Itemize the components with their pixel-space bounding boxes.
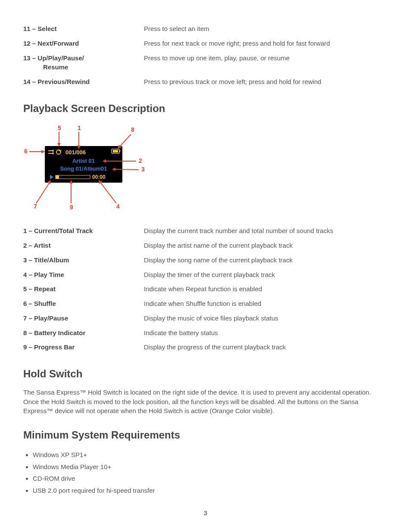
- controls-definition-list: 11 – Select Press to select an item 12 –…: [23, 22, 388, 89]
- control-desc: Press for next track or move right; pres…: [144, 36, 388, 51]
- svg-text:7: 7: [34, 203, 37, 210]
- playback-term: 9 – Progress Bar: [23, 340, 144, 355]
- svg-text:2: 2: [139, 157, 142, 164]
- playback-desc: Indicate when Repeat function is enabled: [144, 282, 388, 296]
- svg-line-27: [36, 182, 50, 203]
- control-desc: Press to previous track or move left; pr…: [144, 75, 388, 89]
- playback-term: 7 – Play/Pause: [23, 311, 144, 326]
- control-term: 14 – Previous/Rewind: [23, 75, 144, 89]
- hold-switch-text: The Sansa Express™ Hold Switch is locate…: [23, 388, 388, 416]
- control-term: 13 – Up/Play/Pause/ Resume: [23, 51, 144, 75]
- track-counter-text: 001/006: [65, 149, 86, 156]
- playback-term: 1 – Current/Total Track: [23, 224, 144, 238]
- playback-desc: Display the timer of the current playbac…: [144, 268, 388, 282]
- requirements-list: Windows XP SP1+ Windows Media Player 10+…: [23, 449, 388, 497]
- playback-desc: Indicate the battery status: [144, 326, 388, 340]
- control-desc: Press to select an item: [144, 22, 388, 36]
- system-requirements-heading: Minimum System Requirements: [23, 428, 388, 443]
- svg-line-24: [114, 169, 139, 170]
- svg-line-33: [100, 182, 116, 203]
- playback-term: 4 – Play Time: [23, 268, 144, 282]
- svg-text:5: 5: [58, 124, 61, 131]
- play-time-text: 00:00: [92, 174, 106, 180]
- svg-text:1: 1: [78, 124, 81, 131]
- requirement-item: Windows Media Player 10+: [33, 461, 388, 473]
- progress-bar-fill: [56, 175, 59, 179]
- playback-term: 3 – Title/Album: [23, 253, 144, 268]
- playback-desc: Display the music of voice files playbac…: [144, 311, 388, 326]
- requirement-item: CD-ROM drive: [33, 473, 388, 485]
- control-desc: Press to move up one item, play, pause, …: [144, 51, 388, 75]
- svg-marker-19: [41, 150, 45, 153]
- playback-desc: Indicate when Shuffle function is enable…: [144, 296, 388, 311]
- svg-text:9: 9: [70, 204, 73, 211]
- playback-desc: Display the song name of the current pla…: [144, 253, 388, 268]
- svg-text:6: 6: [24, 148, 28, 155]
- requirement-item: USB 2.0 port required for hi-speed trans…: [33, 485, 388, 497]
- playback-heading: Playback Screen Description: [23, 101, 388, 116]
- control-term: 11 – Select: [23, 22, 144, 36]
- requirement-item: Windows XP SP1+: [33, 449, 388, 461]
- hold-switch-heading: Hold Switch: [23, 367, 388, 382]
- page-number: 3: [23, 509, 388, 517]
- playback-desc: Display the progress of the current play…: [144, 340, 388, 355]
- svg-rect-6: [113, 150, 118, 152]
- svg-rect-7: [119, 150, 120, 152]
- playback-term: 8 – Battery Indicator: [23, 326, 144, 340]
- svg-text:8: 8: [131, 126, 134, 133]
- artist-text: Artist 01: [72, 158, 95, 164]
- svg-text:4: 4: [116, 203, 120, 210]
- playback-term: 5 – Repeat: [23, 282, 144, 296]
- svg-marker-10: [57, 143, 61, 146]
- svg-text:3: 3: [141, 166, 145, 173]
- control-term: 12 – Next/Forward: [23, 36, 144, 51]
- playback-term: 6 – Shuffle: [23, 296, 144, 311]
- title-album-text: Song 01/Album01: [60, 165, 107, 172]
- svg-line-15: [119, 134, 131, 147]
- playback-definition-list: 1 – Current/Total TrackDisplay the curre…: [23, 224, 388, 355]
- playback-term: 2 – Artist: [23, 238, 144, 253]
- playback-desc: Display the artist name of the current p…: [144, 238, 388, 253]
- playback-desc: Display the current track number and tot…: [144, 224, 388, 238]
- playback-screen-diagram: 001/006 Artist 01 Song 01/Album01 00:00 …: [23, 122, 388, 215]
